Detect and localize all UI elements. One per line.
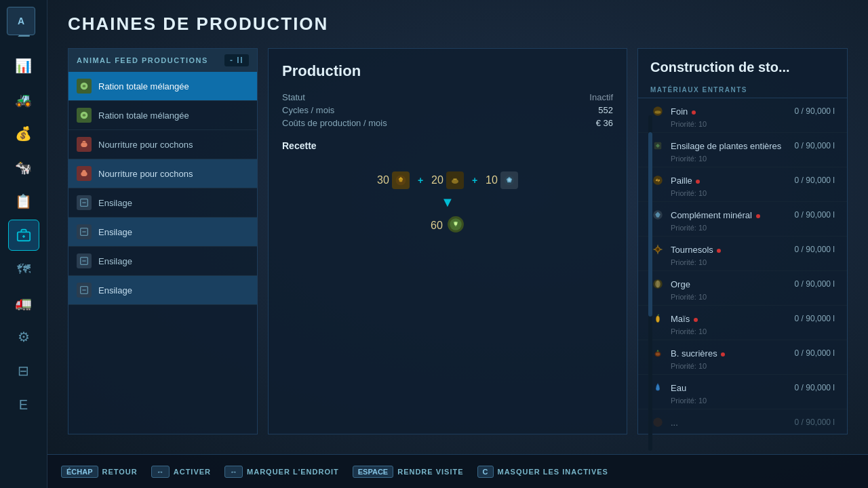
output-icon [447,216,465,235]
production-title: Production [282,62,613,80]
material-name-partial: ... [671,418,789,428]
materials-list[interactable]: Foin 0 / 90,000 l Priorité: 10 Ensilage … [638,98,847,434]
chain-item-6[interactable]: Ensilage [68,218,257,247]
key-espace: ESPACE [353,466,393,478]
storage-title: Construction de sto... [638,49,847,82]
chain-item-label-3: Nourriture pour cochons [98,140,193,150]
material-icon-eau [650,380,665,395]
material-name-tournesols: Tournesols [671,245,789,255]
material-amount-bsucrières: 0 / 90,000 l [795,348,835,358]
material-item-orge: Orge 0 / 90,000 l Priorité: 10 [638,271,847,306]
key-marquer: ↔ [224,466,243,478]
material-icon-partial [650,415,665,430]
chain-icon-ensilage-8 [77,283,92,298]
material-item-bsucrières: B. sucrières 0 / 90,000 l Priorité: 10 [638,340,847,375]
couts-value: € 36 [454,118,613,128]
material-icon-orge [650,277,665,291]
toolbar-action-masquer[interactable]: C MASQUER LES INACTIVES [477,466,608,478]
material-priority-bsucrières: Priorité: 10 [650,362,835,370]
material-amount-ensilage: 0 / 90,000 l [795,141,835,150]
chain-header-number: - II [224,54,249,66]
material-name-foin: Foin [671,106,789,117]
material-name-mais: Maïs [671,314,789,324]
material-name-complement: Complément minéral [671,210,789,220]
couts-label: Coûts de production / mois [282,118,441,128]
material-icon-foin [650,104,665,119]
material-priority-foin: Priorité: 10 [650,120,835,128]
material-priority-orge: Priorité: 10 [650,293,835,301]
chain-item-4[interactable]: Nourriture pour cochons [68,159,257,188]
chain-item-2[interactable]: Ration totale mélangée [68,101,257,130]
chain-item-label-7: Ensilage [98,256,132,266]
chain-icon-ensilage-5 [77,195,92,210]
svg-point-48 [653,418,663,427]
chain-icon-feed-2 [77,108,92,123]
sidebar-item-tractor[interactable]: 🚜 [8,84,39,115]
chain-item-5[interactable]: Ensilage [68,188,257,218]
material-amount-paille: 0 / 90,000 l [795,176,835,185]
main-content: CHAINES DE PRODUCTION ANIMAL FEED PRODUC… [47,0,868,488]
chain-item-label-2: Ration totale mélangée [98,110,189,121]
toolbar-action-retour[interactable]: ÉCHAP RETOUR [61,466,138,478]
material-priority-mais: Priorité: 10 [650,327,835,336]
label-activer: ACTIVER [174,468,211,476]
svg-point-22 [452,179,458,184]
toolbar-action-marquer[interactable]: ↔ MARQUER L'ENDROIT [224,466,339,478]
chain-item-label-1: Ration totale mélangée [98,81,189,92]
material-priority-ensilage: Priorité: 10 [650,155,835,163]
sidebar-item-stats[interactable]: 📊 [8,50,39,81]
label-masquer: MASQUER LES INACTIVES [498,468,608,476]
chain-item-3[interactable]: Nourriture pour cochons [68,130,257,159]
scrollbar-track [648,115,652,451]
label-rendre-visite: RENDRE VISITE [397,468,463,476]
svg-point-10 [82,170,85,174]
material-item-complement: Complément minéral 0 / 90,000 l Priorité… [638,202,847,237]
material-amount-orge: 0 / 90,000 l [795,279,835,289]
production-panel: Production Statut Inactif Cycles / mois … [268,48,627,434]
cycles-value: 552 [454,105,613,115]
chain-item-label-8: Ensilage [98,285,132,296]
material-icon-ensilage-plantes [650,138,665,153]
recipe-amount-2: 20 [431,174,443,186]
svg-point-29 [454,222,457,225]
recipe-item-1: 30 [377,171,410,189]
chain-item-label-5: Ensilage [98,198,132,208]
svg-point-44 [656,316,660,322]
chain-item-label-6: Ensilage [98,227,132,237]
chain-header: ANIMAL FEED PRODUCTIONS - II [68,49,257,72]
sidebar-item-settings[interactable]: ⚙ [8,321,39,352]
toolbar-action-activer[interactable]: ↔ ACTIVER [151,466,211,478]
chain-item-1[interactable]: Ration totale mélangée [68,72,257,101]
material-amount-tournesols: 0 / 90,000 l [795,245,835,254]
material-item-mais: Maïs 0 / 90,000 l Priorité: 10 [638,306,847,340]
recipe-arrow-down: ▼ [441,195,454,210]
chain-item-label-4: Nourriture pour cochons [98,169,193,179]
chain-item-7[interactable]: Ensilage [68,247,257,276]
label-marquer: MARQUER L'ENDROIT [247,468,339,476]
corner-button[interactable]: A [7,7,35,35]
sidebar-item-tasks[interactable]: 📋 [8,186,39,217]
svg-point-47 [656,352,660,356]
recipe-output: 60 [431,216,465,235]
svg-point-7 [83,142,83,143]
sidebar-item-map[interactable]: 🗺 [8,253,39,285]
operator-plus-2: + [472,175,477,186]
material-icon-bsucrières [650,346,665,361]
material-item-tournesols: Tournesols 0 / 90,000 l Priorité: 10 [638,237,847,271]
sidebar-item-sliders[interactable]: ⊟ [8,355,39,386]
recette-label: Recette [282,140,613,151]
recipe-amount-1: 30 [377,174,389,186]
sidebar-item-production[interactable] [8,220,39,251]
recipe-area: 30 + 20 [282,171,613,235]
sidebar-item-animals[interactable]: 🐄 [8,152,39,183]
chain-item-8[interactable]: Ensilage [68,276,257,305]
output-amount: 60 [431,220,443,232]
toolbar-action-rendre-visite[interactable]: ESPACE RENDRE VISITE [353,466,464,478]
chain-icon-feed-1 [77,79,92,94]
material-priority-tournesols: Priorité: 10 [650,258,835,266]
sidebar-item-money[interactable]: 💰 [8,118,39,149]
sidebar-item-e[interactable]: E [8,389,39,420]
sidebar: A ☁ 📊 🚜 💰 🐄 📋 🗺 🚛 ⚙ ⊟ E [0,0,47,488]
sidebar-item-vehicles[interactable]: 🚛 [8,287,39,319]
material-icon-tournesols [650,242,665,257]
